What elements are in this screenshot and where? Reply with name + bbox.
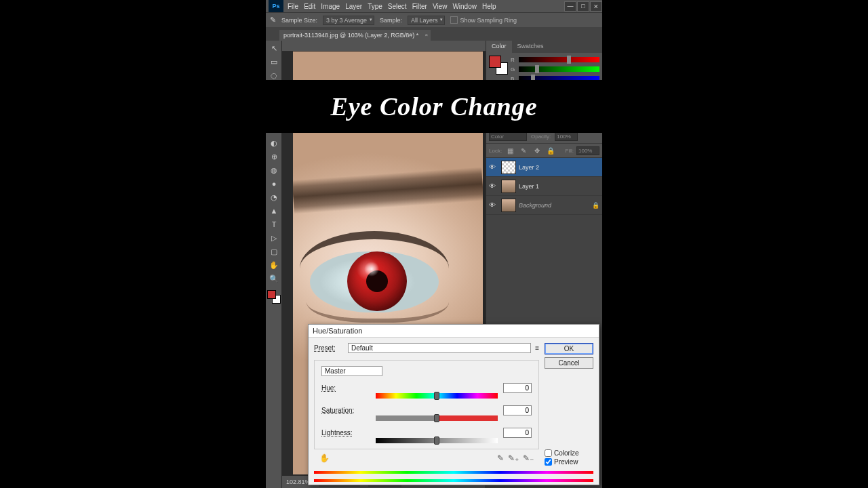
visibility-icon[interactable]: 👁 xyxy=(489,182,498,190)
eyedropper-sub-icon[interactable]: ✎₋ xyxy=(523,453,534,463)
marquee-tool[interactable]: ▭ xyxy=(267,56,281,68)
fg-color-swatch[interactable] xyxy=(267,290,276,299)
dialog-title: Hue/Saturation xyxy=(309,325,599,338)
lightness-input[interactable] xyxy=(503,428,532,438)
window-close-button[interactable]: ⨯ xyxy=(590,1,602,12)
lock-label: Lock: xyxy=(489,148,502,154)
channel-dropdown[interactable]: Master xyxy=(321,366,382,376)
ok-button[interactable]: OK xyxy=(545,343,593,354)
layer-row[interactable]: 👁 Layer 1 xyxy=(486,177,602,196)
lightness-slider[interactable] xyxy=(376,438,498,443)
window-minimize-button[interactable]: — xyxy=(564,1,576,12)
hand-tool[interactable]: ✋ xyxy=(267,259,281,271)
hand-icon[interactable]: ✋ xyxy=(319,453,330,463)
document-tab[interactable]: portrait-3113948.jpg @ 103% (Layer 2, RG… xyxy=(279,30,431,41)
layer-name[interactable]: Layer 1 xyxy=(519,183,539,190)
path-tool[interactable]: ▷ xyxy=(267,232,281,244)
fill-input[interactable]: 100% xyxy=(576,146,599,155)
preset-label: Preset: xyxy=(314,344,344,352)
zoom-level[interactable]: 102.81% xyxy=(286,479,311,485)
r-slider[interactable] xyxy=(519,57,599,62)
blur-tool[interactable]: ▲ xyxy=(267,205,281,217)
layer-thumb[interactable] xyxy=(501,180,516,193)
g-slider[interactable] xyxy=(519,66,599,72)
layer-row[interactable]: 👁 Layer 2 xyxy=(486,158,602,177)
menubar: Ps File Edit Image Layer Type Select Fil… xyxy=(266,0,602,12)
preset-menu-icon[interactable]: ≡ xyxy=(535,344,539,352)
spectrum-top xyxy=(314,471,593,474)
layer-thumb[interactable] xyxy=(501,161,516,174)
menu-image[interactable]: Image xyxy=(321,3,340,10)
tab-swatches[interactable]: Swatches xyxy=(512,41,549,53)
menu-items: File Edit Image Layer Type Select Filter… xyxy=(288,3,496,10)
color-swatch[interactable] xyxy=(267,290,281,304)
hue-slider[interactable] xyxy=(376,393,498,399)
zoom-tool[interactable]: 🔍 xyxy=(267,272,281,285)
layer-row[interactable]: 👁 Background 🔒 xyxy=(486,196,602,215)
overlay-title: Eye Color Change xyxy=(330,92,537,121)
sample-size-dropdown[interactable]: 3 by 3 Average xyxy=(323,16,374,25)
lock-all-icon[interactable]: 🔒 xyxy=(545,146,556,155)
preset-dropdown[interactable]: Default xyxy=(348,343,531,353)
lock-transparent-icon[interactable]: ▦ xyxy=(505,146,515,155)
eyedropper-icon[interactable]: ✎ xyxy=(497,453,504,463)
menu-type[interactable]: Type xyxy=(368,3,382,10)
colorize-checkbox[interactable]: Colorize xyxy=(545,449,593,457)
panel-color-swatch[interactable] xyxy=(489,56,508,75)
cancel-button[interactable]: Cancel xyxy=(545,357,593,369)
shape-tool[interactable]: ▢ xyxy=(267,245,281,258)
lock-move-icon[interactable]: ✥ xyxy=(532,146,542,155)
eyebrow-region xyxy=(293,167,483,214)
app-logo: Ps xyxy=(269,0,283,12)
menu-edit[interactable]: Edit xyxy=(304,3,315,10)
spectrum-bottom xyxy=(314,479,593,482)
opacity-label: Opacity: xyxy=(531,134,551,140)
eraser-tool[interactable]: ● xyxy=(267,178,281,190)
layer-name[interactable]: Background xyxy=(519,202,551,209)
sample-label: Sample: xyxy=(380,17,402,24)
menu-select[interactable]: Select xyxy=(388,3,407,10)
history-brush-tool[interactable]: ◍ xyxy=(267,164,281,176)
hue-label: Hue: xyxy=(321,384,369,392)
overlay-title-band: Eye Color Change xyxy=(266,80,602,133)
saturation-slider[interactable] xyxy=(376,415,498,421)
blend-mode-dropdown[interactable]: Color xyxy=(489,132,527,141)
options-bar: ✎ Sample Size: 3 by 3 Average Sample: Al… xyxy=(266,12,602,27)
layer-thumb[interactable] xyxy=(501,199,516,212)
menu-window[interactable]: Window xyxy=(452,3,477,10)
eyedropper-add-icon[interactable]: ✎₊ xyxy=(508,453,519,463)
preview-checkbox[interactable]: Preview xyxy=(545,458,593,466)
move-tool[interactable]: ↖ xyxy=(267,42,281,54)
eyedropper-icon: ✎ xyxy=(270,16,276,24)
gradient-tool[interactable]: ◔ xyxy=(267,191,281,203)
show-sampling-ring-checkbox[interactable]: Show Sampling Ring xyxy=(450,16,517,24)
layer-name[interactable]: Layer 2 xyxy=(519,164,539,171)
saturation-input[interactable] xyxy=(503,405,532,415)
lightness-label: Lightness: xyxy=(321,429,369,436)
document-tabbar: portrait-3113948.jpg @ 103% (Layer 2, RG… xyxy=(266,27,602,41)
sample-dropdown[interactable]: All Layers xyxy=(408,16,446,25)
lock-paint-icon[interactable]: ✎ xyxy=(518,146,529,155)
opacity-input[interactable]: 100% xyxy=(555,132,578,141)
eye-highlight xyxy=(364,262,379,277)
color-panel-tabs: Color Swatches xyxy=(486,41,602,53)
menu-layer[interactable]: Layer xyxy=(345,3,362,10)
close-tab-icon[interactable]: × xyxy=(425,32,429,38)
fill-label: Fill: xyxy=(566,148,574,154)
menu-help[interactable]: Help xyxy=(482,3,496,10)
lock-icon: 🔒 xyxy=(592,202,599,209)
visibility-icon[interactable]: 👁 xyxy=(489,163,498,171)
tab-color[interactable]: Color xyxy=(486,41,512,53)
menu-view[interactable]: View xyxy=(433,3,448,10)
saturation-label: Saturation: xyxy=(321,407,369,414)
brush-tool[interactable]: ◐ xyxy=(267,137,281,149)
menu-file[interactable]: File xyxy=(288,3,298,10)
hue-saturation-dialog: Hue/Saturation Preset: Default ≡ Master … xyxy=(308,324,599,485)
ruler-horizontal xyxy=(282,41,486,52)
visibility-icon[interactable]: 👁 xyxy=(489,201,498,209)
menu-filter[interactable]: Filter xyxy=(412,3,427,10)
stamp-tool[interactable]: ⊕ xyxy=(267,150,281,163)
hue-input[interactable] xyxy=(503,383,532,393)
window-maximize-button[interactable]: □ xyxy=(577,1,589,12)
type-tool[interactable]: T xyxy=(267,218,281,230)
